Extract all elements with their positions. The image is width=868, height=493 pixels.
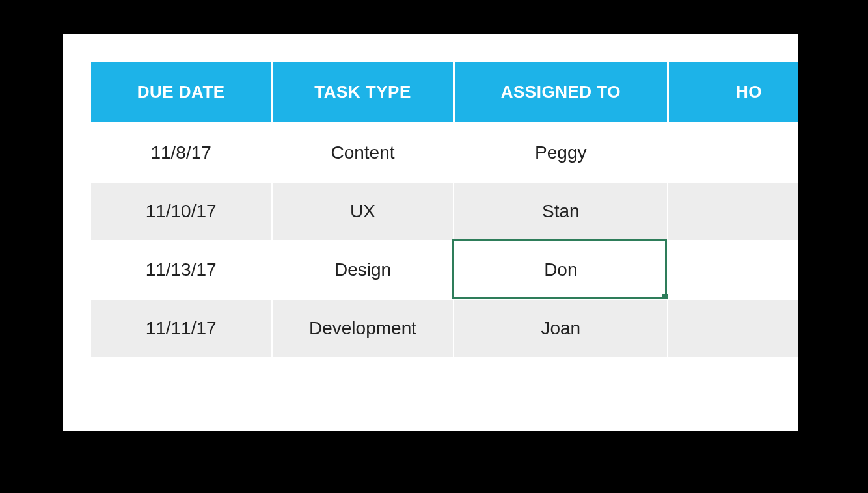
table-row: 11/13/17 Design Don — [90, 241, 799, 299]
cell-task-type[interactable]: Content — [272, 124, 454, 182]
cell-hours[interactable] — [668, 241, 798, 299]
header-task-type[interactable]: TASK TYPE — [272, 61, 454, 124]
cell-assigned-to[interactable]: Stan — [454, 182, 668, 241]
cell-due-date[interactable]: 11/8/17 — [90, 124, 272, 182]
header-assigned-to[interactable]: ASSIGNED TO — [454, 61, 668, 124]
cell-due-date[interactable]: 11/11/17 — [90, 299, 272, 358]
header-due-date[interactable]: DUE DATE — [90, 61, 272, 124]
cell-due-date[interactable]: 11/13/17 — [90, 241, 272, 299]
cell-task-type[interactable]: Design — [272, 241, 454, 299]
cell-assigned-to[interactable]: Joan — [454, 299, 668, 358]
cell-hours[interactable] — [668, 299, 798, 358]
table-row: 11/11/17 Development Joan — [90, 299, 799, 358]
cell-assigned-to-selected[interactable]: Don — [454, 241, 668, 299]
cell-due-date[interactable]: 11/10/17 — [90, 182, 272, 241]
table-row: 11/10/17 UX Stan — [90, 182, 799, 241]
task-table: DUE DATE TASK TYPE ASSIGNED TO HO 11/8/1… — [89, 60, 798, 358]
cell-task-type[interactable]: UX — [272, 182, 454, 241]
header-hours-partial[interactable]: HO — [668, 61, 798, 124]
cell-task-type[interactable]: Development — [272, 299, 454, 358]
spreadsheet-panel: DUE DATE TASK TYPE ASSIGNED TO HO 11/8/1… — [63, 34, 798, 431]
cell-hours[interactable] — [668, 124, 798, 182]
table-row: 11/8/17 Content Peggy — [90, 124, 799, 182]
cell-assigned-to[interactable]: Peggy — [454, 124, 668, 182]
cell-hours[interactable] — [668, 182, 798, 241]
table-header-row: DUE DATE TASK TYPE ASSIGNED TO HO — [90, 61, 799, 124]
